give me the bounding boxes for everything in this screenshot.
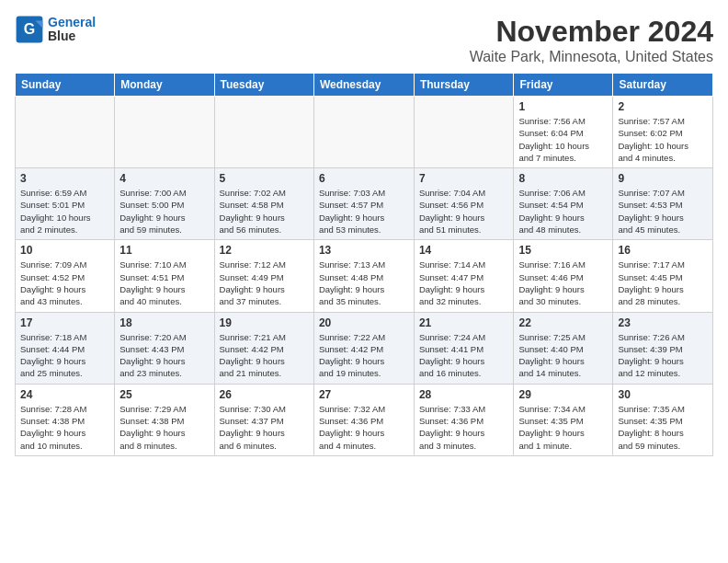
calendar-cell: 24Sunrise: 7:28 AM Sunset: 4:38 PM Dayli… [16,384,115,455]
day-info: Sunrise: 7:02 AM Sunset: 4:58 PM Dayligh… [220,187,309,236]
page-header: G General Blue November 2024 Waite Park,… [15,15,713,65]
day-number: 8 [518,172,608,185]
day-info: Sunrise: 7:22 AM Sunset: 4:42 PM Dayligh… [319,331,409,380]
day-number: 25 [119,388,209,401]
calendar-week-3: 10Sunrise: 7:09 AM Sunset: 4:52 PM Dayli… [16,240,713,312]
calendar-cell: 8Sunrise: 7:06 AM Sunset: 4:54 PM Daylig… [514,168,613,240]
calendar-cell: 10Sunrise: 7:09 AM Sunset: 4:52 PM Dayli… [16,240,115,312]
day-number: 29 [518,388,608,401]
calendar-table: SundayMondayTuesdayWednesdayThursdayFrid… [15,73,713,456]
day-number: 26 [220,388,309,401]
day-info: Sunrise: 7:26 AM Sunset: 4:39 PM Dayligh… [618,331,708,380]
calendar-cell: 23Sunrise: 7:26 AM Sunset: 4:39 PM Dayli… [613,312,713,384]
calendar-cell: 9Sunrise: 7:07 AM Sunset: 4:53 PM Daylig… [613,168,713,240]
calendar-week-1: 1Sunrise: 7:56 AM Sunset: 6:04 PM Daylig… [16,97,713,168]
day-info: Sunrise: 7:10 AM Sunset: 4:51 PM Dayligh… [119,259,209,307]
title-block: November 2024 Waite Park, Minnesota, Uni… [470,15,713,65]
day-number: 3 [20,172,109,185]
day-number: 16 [618,244,708,257]
calendar-week-2: 3Sunrise: 6:59 AM Sunset: 5:01 PM Daylig… [16,168,713,240]
day-info: Sunrise: 7:14 AM Sunset: 4:47 PM Dayligh… [419,259,509,307]
day-info: Sunrise: 7:24 AM Sunset: 4:41 PM Dayligh… [419,331,509,380]
calendar-cell: 17Sunrise: 7:18 AM Sunset: 4:44 PM Dayli… [16,312,115,384]
calendar-cell: 15Sunrise: 7:16 AM Sunset: 4:46 PM Dayli… [514,240,613,312]
day-number: 18 [119,316,209,329]
day-number: 2 [618,100,708,113]
weekday-header-tuesday: Tuesday [214,74,313,97]
day-info: Sunrise: 7:34 AM Sunset: 4:35 PM Dayligh… [518,403,608,452]
calendar-cell: 7Sunrise: 7:04 AM Sunset: 4:56 PM Daylig… [414,168,514,240]
calendar-cell: 5Sunrise: 7:02 AM Sunset: 4:58 PM Daylig… [214,168,313,240]
calendar-cell: 20Sunrise: 7:22 AM Sunset: 4:42 PM Dayli… [313,312,414,384]
calendar-cell: 3Sunrise: 6:59 AM Sunset: 5:01 PM Daylig… [16,168,115,240]
day-info: Sunrise: 7:17 AM Sunset: 4:45 PM Dayligh… [618,259,708,307]
calendar-cell: 27Sunrise: 7:32 AM Sunset: 4:36 PM Dayli… [313,384,414,455]
weekday-header-sunday: Sunday [16,74,115,97]
day-number: 11 [119,244,209,257]
calendar-cell: 18Sunrise: 7:20 AM Sunset: 4:43 PM Dayli… [115,312,214,384]
day-info: Sunrise: 6:59 AM Sunset: 5:01 PM Dayligh… [20,187,109,236]
day-number: 9 [618,172,708,185]
day-info: Sunrise: 7:07 AM Sunset: 4:53 PM Dayligh… [618,187,708,236]
calendar-cell: 6Sunrise: 7:03 AM Sunset: 4:57 PM Daylig… [313,168,414,240]
calendar-cell [414,97,514,168]
weekday-header-wednesday: Wednesday [313,74,414,97]
day-info: Sunrise: 7:25 AM Sunset: 4:40 PM Dayligh… [518,331,608,380]
day-info: Sunrise: 7:04 AM Sunset: 4:56 PM Dayligh… [419,187,509,236]
svg-text:G: G [24,21,35,37]
day-info: Sunrise: 7:13 AM Sunset: 4:48 PM Dayligh… [319,259,409,307]
calendar-cell: 11Sunrise: 7:10 AM Sunset: 4:51 PM Dayli… [115,240,214,312]
calendar-cell [16,97,115,168]
day-info: Sunrise: 7:09 AM Sunset: 4:52 PM Dayligh… [20,259,109,307]
weekday-header-monday: Monday [115,74,214,97]
day-number: 14 [419,244,509,257]
day-info: Sunrise: 7:16 AM Sunset: 4:46 PM Dayligh… [518,259,608,307]
calendar-cell [313,97,414,168]
calendar-cell: 28Sunrise: 7:33 AM Sunset: 4:36 PM Dayli… [414,384,514,455]
day-number: 13 [319,244,409,257]
day-info: Sunrise: 7:20 AM Sunset: 4:43 PM Dayligh… [119,331,209,380]
day-info: Sunrise: 7:21 AM Sunset: 4:42 PM Dayligh… [220,331,309,380]
day-info: Sunrise: 7:30 AM Sunset: 4:37 PM Dayligh… [220,403,309,452]
weekday-header-friday: Friday [514,74,613,97]
day-info: Sunrise: 7:18 AM Sunset: 4:44 PM Dayligh… [20,331,109,380]
day-number: 1 [518,100,608,113]
calendar-cell: 26Sunrise: 7:30 AM Sunset: 4:37 PM Dayli… [214,384,313,455]
calendar-cell: 4Sunrise: 7:00 AM Sunset: 5:00 PM Daylig… [115,168,214,240]
day-number: 30 [618,388,708,401]
calendar-cell [115,97,214,168]
day-number: 5 [220,172,309,185]
calendar-cell: 29Sunrise: 7:34 AM Sunset: 4:35 PM Dayli… [514,384,613,455]
calendar-cell: 2Sunrise: 7:57 AM Sunset: 6:02 PM Daylig… [613,97,713,168]
logo-line1: General [48,15,96,29]
day-number: 21 [419,316,509,329]
day-number: 24 [20,388,109,401]
day-info: Sunrise: 7:35 AM Sunset: 4:35 PM Dayligh… [618,403,708,452]
calendar-cell: 12Sunrise: 7:12 AM Sunset: 4:49 PM Dayli… [214,240,313,312]
weekday-header-thursday: Thursday [414,74,514,97]
day-number: 17 [20,316,109,329]
day-info: Sunrise: 7:28 AM Sunset: 4:38 PM Dayligh… [20,403,109,452]
logo-line2: Blue [48,29,96,43]
day-number: 23 [618,316,708,329]
calendar-cell: 1Sunrise: 7:56 AM Sunset: 6:04 PM Daylig… [514,97,613,168]
logo-text: General Blue [48,16,96,44]
day-info: Sunrise: 7:12 AM Sunset: 4:49 PM Dayligh… [220,259,309,307]
day-number: 15 [518,244,608,257]
logo-icon: G [15,15,44,44]
calendar-cell: 14Sunrise: 7:14 AM Sunset: 4:47 PM Dayli… [414,240,514,312]
day-info: Sunrise: 7:00 AM Sunset: 5:00 PM Dayligh… [119,187,209,236]
day-number: 28 [419,388,509,401]
calendar-cell: 30Sunrise: 7:35 AM Sunset: 4:35 PM Dayli… [613,384,713,455]
month-title: November 2024 [470,15,713,49]
day-info: Sunrise: 7:56 AM Sunset: 6:04 PM Dayligh… [518,115,608,164]
day-info: Sunrise: 7:57 AM Sunset: 6:02 PM Dayligh… [618,115,708,164]
calendar-cell [214,97,313,168]
day-number: 20 [319,316,409,329]
day-info: Sunrise: 7:33 AM Sunset: 4:36 PM Dayligh… [419,403,509,452]
calendar-cell: 16Sunrise: 7:17 AM Sunset: 4:45 PM Dayli… [613,240,713,312]
calendar-header-row: SundayMondayTuesdayWednesdayThursdayFrid… [16,74,713,97]
calendar-cell: 13Sunrise: 7:13 AM Sunset: 4:48 PM Dayli… [313,240,414,312]
day-number: 10 [20,244,109,257]
calendar-week-5: 24Sunrise: 7:28 AM Sunset: 4:38 PM Dayli… [16,384,713,455]
